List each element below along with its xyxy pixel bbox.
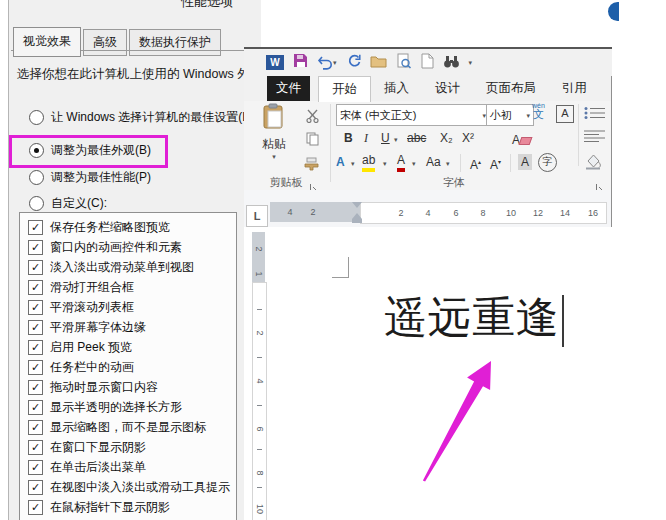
print-preview-icon[interactable] bbox=[396, 53, 412, 73]
list-item[interactable]: ✓滑动打开组合框 bbox=[28, 277, 236, 297]
tab-visual-effects[interactable]: 视觉效果 bbox=[13, 27, 81, 57]
checkbox[interactable]: ✓ bbox=[28, 500, 43, 515]
tab-advanced[interactable]: 高级 bbox=[83, 29, 127, 56]
list-item[interactable]: ✓显示半透明的选择长方形 bbox=[28, 397, 236, 417]
change-case-button[interactable]: Aa bbox=[426, 154, 441, 170]
document-text[interactable]: 遥远重逢 bbox=[384, 289, 560, 347]
checkbox[interactable]: ✓ bbox=[28, 460, 43, 475]
radio-let-windows-choose[interactable]: 让 Windows 选择计算机的最佳设置(L) bbox=[29, 106, 253, 128]
list-item[interactable]: ✓淡入淡出或滑动菜单到视图 bbox=[28, 257, 236, 277]
radio-circle[interactable] bbox=[29, 110, 44, 125]
checkbox[interactable]: ✓ bbox=[28, 380, 43, 395]
tab-references[interactable]: 引用 bbox=[549, 76, 600, 101]
align-text-icon[interactable] bbox=[584, 129, 606, 147]
checkbox[interactable]: ✓ bbox=[28, 400, 43, 415]
list-item[interactable]: ✓窗口内的动画控件和元素 bbox=[28, 237, 236, 257]
checkbox[interactable]: ✓ bbox=[28, 420, 43, 435]
document-area[interactable]: 2 1 2 4 6 8 10 遥远重逢 bbox=[244, 227, 612, 520]
undo-dropdown-icon[interactable]: ▾ bbox=[333, 59, 337, 66]
superscript-button[interactable]: X² bbox=[462, 130, 474, 146]
first-line-indent-marker[interactable] bbox=[352, 202, 362, 208]
tab-file[interactable]: 文件 bbox=[267, 76, 310, 101]
bold-button[interactable]: B bbox=[344, 130, 353, 146]
list-item[interactable]: ✓启用 Peek 预览 bbox=[28, 337, 236, 357]
radio-circle[interactable] bbox=[29, 170, 44, 185]
shrink-font-button[interactable]: A▾ bbox=[490, 154, 501, 173]
character-border-icon[interactable]: A bbox=[556, 105, 574, 123]
left-indent-marker[interactable] bbox=[352, 219, 362, 223]
list-item[interactable]: ✓在视图中淡入淡出或滑动工具提示 bbox=[28, 477, 236, 497]
text-effects-dropdown-icon[interactable]: ▾ bbox=[351, 160, 355, 167]
shrink-arrow-icon: ▾ bbox=[498, 159, 501, 165]
list-item[interactable]: ✓在单击后淡出菜单 bbox=[28, 457, 236, 477]
font-color-button[interactable]: A bbox=[397, 152, 405, 172]
save-icon[interactable] bbox=[293, 53, 308, 72]
tab-page-layout[interactable]: 页面布局 bbox=[473, 76, 549, 101]
checkbox-label: 保存任务栏缩略图预览 bbox=[50, 219, 170, 236]
checkbox[interactable]: ✓ bbox=[28, 220, 43, 235]
undo-icon[interactable]: ▾ bbox=[317, 56, 337, 70]
grow-font-button[interactable]: A▴ bbox=[470, 154, 481, 173]
list-item[interactable]: ✓平滑滚动列表框 bbox=[28, 297, 236, 317]
cut-icon[interactable] bbox=[306, 109, 319, 127]
list-item[interactable]: ✓拖动时显示窗口内容 bbox=[28, 377, 236, 397]
format-painter-icon[interactable] bbox=[304, 156, 319, 175]
paste-button[interactable]: 粘贴 ▾ bbox=[256, 103, 292, 181]
highlight-color-button[interactable]: ab bbox=[362, 152, 375, 172]
strikethrough-button[interactable]: abc bbox=[407, 130, 426, 146]
list-item[interactable]: ✓保存任务栏缩略图预览 bbox=[28, 217, 236, 237]
italic-button[interactable]: I bbox=[364, 130, 368, 146]
checkbox[interactable]: ✓ bbox=[28, 280, 43, 295]
checkbox[interactable]: ✓ bbox=[28, 360, 43, 375]
new-document-icon[interactable] bbox=[421, 53, 434, 73]
clear-formatting-icon[interactable]: A bbox=[512, 130, 520, 148]
checkbox[interactable]: ✓ bbox=[28, 240, 43, 255]
tab-home[interactable]: 开始 bbox=[318, 76, 371, 102]
subscript-button[interactable]: X₂ bbox=[440, 130, 453, 146]
find-icon[interactable] bbox=[443, 54, 460, 72]
underline-dropdown-icon[interactable]: ▾ bbox=[394, 136, 398, 143]
open-folder-icon[interactable] bbox=[370, 54, 387, 72]
checkbox[interactable]: ✓ bbox=[28, 340, 43, 355]
enclose-characters-button[interactable]: 字 bbox=[538, 153, 557, 172]
font-size-combo[interactable]: 小初 ▾ bbox=[486, 104, 534, 126]
font-name-combo[interactable]: 宋体 (中文正文) ▾ bbox=[336, 104, 490, 126]
checkbox[interactable]: ✓ bbox=[28, 300, 43, 315]
list-item[interactable]: ✓平滑屏幕字体边缘 bbox=[28, 317, 236, 337]
eraser-icon bbox=[519, 137, 533, 145]
radio-circle[interactable] bbox=[29, 196, 44, 211]
checkbox[interactable]: ✓ bbox=[28, 320, 43, 335]
visual-effects-list[interactable]: ✓保存任务栏缩略图预览 ✓窗口内的动画控件和元素 ✓淡入淡出或滑动菜单到视图 ✓… bbox=[19, 212, 237, 520]
bullet-list-icon[interactable] bbox=[584, 106, 606, 124]
underline-button[interactable]: U bbox=[381, 130, 390, 146]
checkbox[interactable]: ✓ bbox=[28, 260, 43, 275]
tab-insert[interactable]: 插入 bbox=[371, 76, 422, 101]
text-effects-button[interactable]: A bbox=[336, 154, 345, 170]
paste-dropdown-icon[interactable]: ▾ bbox=[272, 153, 276, 160]
list-item[interactable]: ✓在鼠标指针下显示阴影 bbox=[28, 497, 236, 517]
checkbox[interactable]: ✓ bbox=[28, 480, 43, 495]
chevron-down-icon[interactable]: ▾ bbox=[526, 112, 530, 119]
grow-font-letter: A bbox=[470, 158, 478, 172]
list-item[interactable]: ✓任务栏中的动画 bbox=[28, 357, 236, 377]
copy-icon[interactable] bbox=[306, 132, 319, 150]
small-separator bbox=[460, 154, 461, 172]
redo-icon[interactable] bbox=[346, 54, 361, 72]
font-color-dropdown-icon[interactable]: ▾ bbox=[412, 160, 416, 167]
paste-label: 粘贴 bbox=[262, 136, 286, 153]
tab-dep[interactable]: 数据执行保护 bbox=[129, 29, 221, 56]
character-shading-button[interactable]: A bbox=[518, 154, 532, 170]
checkbox[interactable]: ✓ bbox=[28, 440, 43, 455]
change-case-dropdown-icon[interactable]: ▾ bbox=[446, 160, 450, 167]
list-item[interactable]: ✓显示缩略图，而不是显示图标 bbox=[28, 417, 236, 437]
phonetic-guide-icon[interactable]: wén 文 bbox=[532, 102, 545, 120]
checkbox-label: 淡入淡出或滑动菜单到视图 bbox=[50, 259, 194, 276]
shading-bucket-icon[interactable] bbox=[584, 153, 603, 174]
radio-custom[interactable]: 自定义(C): bbox=[29, 192, 107, 214]
customize-qat-icon[interactable]: ▾ bbox=[469, 59, 473, 66]
tab-selector[interactable]: L bbox=[246, 205, 268, 227]
tab-design[interactable]: 设计 bbox=[422, 76, 473, 101]
radio-best-performance[interactable]: 调整为最佳性能(P) bbox=[29, 166, 151, 188]
highlight-dropdown-icon[interactable]: ▾ bbox=[383, 160, 387, 167]
list-item[interactable]: ✓在窗口下显示阴影 bbox=[28, 437, 236, 457]
